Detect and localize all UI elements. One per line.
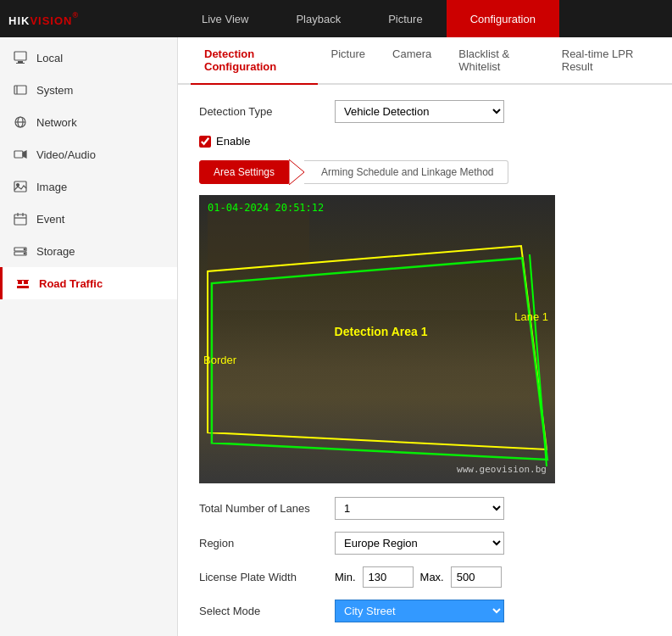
nav-picture[interactable]: Picture [364, 0, 446, 37]
total-lanes-row: Total Number of Lanes 1 2 3 4 [199, 497, 651, 520]
svg-point-19 [24, 253, 25, 254]
content-area: Detection Configuration Picture Camera B… [178, 37, 672, 636]
svg-rect-2 [16, 63, 25, 64]
tab-detection-config[interactable]: Detection Configuration [191, 37, 318, 85]
svg-marker-24 [289, 159, 304, 185]
road-traffic-icon [15, 276, 31, 291]
logo-text: HIKVISION® [8, 9, 79, 29]
sidebar-item-system[interactable]: System [0, 74, 177, 106]
sidebar-label-storage: Storage [36, 245, 75, 258]
sidebar-item-storage[interactable]: Storage [0, 235, 177, 267]
svg-point-18 [24, 248, 25, 250]
sidebar-label-local: Local [36, 52, 63, 64]
sidebar-item-local[interactable]: Local [0, 42, 177, 74]
enable-row: Enable [199, 135, 651, 148]
top-nav: HIKVISION® Live View Playback Picture Co… [0, 0, 672, 37]
tab-blacklist-whitelist[interactable]: Blacklist & Whitelist [445, 37, 547, 85]
select-mode-select[interactable]: City Street Highway Parking Lot [335, 600, 504, 622]
sidebar-item-video-audio[interactable]: Video/Audio [0, 138, 177, 170]
sidebar-label-road-traffic: Road Traffic [39, 277, 103, 290]
total-lanes-select[interactable]: 1 2 3 4 [335, 497, 504, 520]
min-label: Min. [335, 571, 356, 583]
config-panel: Detection Type Vehicle Detection Mixed-t… [178, 85, 672, 636]
min-input[interactable] [363, 566, 414, 588]
logo-area: HIKVISION® [0, 9, 178, 29]
svg-rect-1 [18, 61, 23, 63]
sidebar-label-image: Image [36, 181, 67, 193]
sub-tab-arming-schedule[interactable]: Arming Schedule and Linkage Method [304, 160, 508, 184]
tab-picture[interactable]: Picture [318, 37, 379, 85]
enable-label: Enable [216, 135, 250, 148]
svg-rect-20 [17, 286, 29, 288]
svg-rect-8 [14, 151, 23, 158]
tab-camera[interactable]: Camera [379, 37, 445, 85]
storage-icon [13, 243, 28, 259]
sidebar: Local System Network Video/Audio Image [0, 37, 178, 636]
svg-rect-3 [14, 86, 26, 94]
logo-reg: ® [72, 11, 79, 20]
video-icon [13, 147, 28, 162]
nav-items: Live View Playback Picture Configuration [178, 0, 672, 37]
detection-type-label: Detection Type [199, 105, 335, 118]
main-layout: Local System Network Video/Audio Image [0, 37, 672, 636]
svg-rect-23 [17, 280, 29, 281]
watermark: www.geovision.bg [457, 464, 547, 475]
max-input[interactable] [451, 566, 502, 588]
sub-tab-arrow-icon [289, 159, 304, 185]
sidebar-item-road-traffic[interactable]: Road Traffic [0, 267, 177, 299]
detection-type-row: Detection Type Vehicle Detection Mixed-t… [199, 100, 651, 123]
sub-tab-area-settings[interactable]: Area Settings [199, 160, 289, 184]
sidebar-label-system: System [36, 84, 73, 97]
license-plate-width-row: License Plate Width Min. Max. [199, 566, 651, 588]
detection-type-select[interactable]: Vehicle Detection Mixed-target Detection [335, 100, 504, 123]
svg-line-27 [530, 254, 547, 466]
svg-marker-26 [212, 258, 547, 460]
svg-rect-22 [24, 281, 28, 284]
svg-marker-9 [23, 151, 26, 158]
nav-live-view[interactable]: Live View [178, 0, 272, 37]
sidebar-item-network[interactable]: Network [0, 106, 177, 138]
select-mode-label: Select Mode [199, 605, 335, 617]
enable-checkbox[interactable] [199, 136, 211, 148]
logo-vision: VISION [30, 14, 72, 27]
border-label: Border [203, 354, 236, 366]
tab-realtime-lpr[interactable]: Real-time LPR Result [548, 37, 659, 85]
monitor-icon [13, 50, 28, 65]
svg-rect-12 [14, 215, 26, 225]
nav-playback[interactable]: Playback [272, 0, 364, 37]
svg-marker-25 [208, 246, 547, 449]
event-icon [13, 211, 28, 226]
tab-bar: Detection Configuration Picture Camera B… [178, 37, 672, 85]
license-plate-width-label: License Plate Width [199, 571, 335, 583]
detection-area-label: Detection Area 1 [335, 325, 428, 338]
select-mode-row: Select Mode City Street Highway Parking … [199, 600, 651, 622]
region-label: Region [199, 537, 335, 550]
license-plate-inputs: Min. Max. [335, 566, 502, 588]
region-select[interactable]: Europe Region Asia Region North America … [335, 532, 504, 555]
sidebar-item-event[interactable]: Event [0, 203, 177, 235]
detection-overlay [199, 195, 555, 483]
svg-point-11 [17, 184, 19, 187]
camera-timestamp: 01-04-2024 20:51:12 [208, 202, 324, 214]
network-icon [13, 114, 28, 130]
lane-label: Lane 1 [514, 310, 548, 323]
max-label: Max. [420, 571, 444, 583]
svg-rect-0 [14, 52, 26, 60]
sidebar-label-video-audio: Video/Audio [36, 148, 96, 161]
camera-feed: 01-04-2024 20:51:12 Detection Area 1 Lan… [199, 195, 555, 483]
logo-hik: HIK [8, 14, 30, 27]
sub-tab-bar: Area Settings Arming Schedule and Linkag… [199, 159, 651, 185]
image-icon [13, 179, 28, 194]
sidebar-item-image[interactable]: Image [0, 170, 177, 203]
total-lanes-label: Total Number of Lanes [199, 502, 335, 515]
nav-configuration[interactable]: Configuration [447, 0, 559, 37]
sidebar-label-event: Event [36, 213, 64, 226]
system-icon [13, 82, 28, 98]
svg-rect-21 [18, 281, 22, 284]
region-row: Region Europe Region Asia Region North A… [199, 532, 651, 555]
sidebar-label-network: Network [36, 116, 77, 129]
